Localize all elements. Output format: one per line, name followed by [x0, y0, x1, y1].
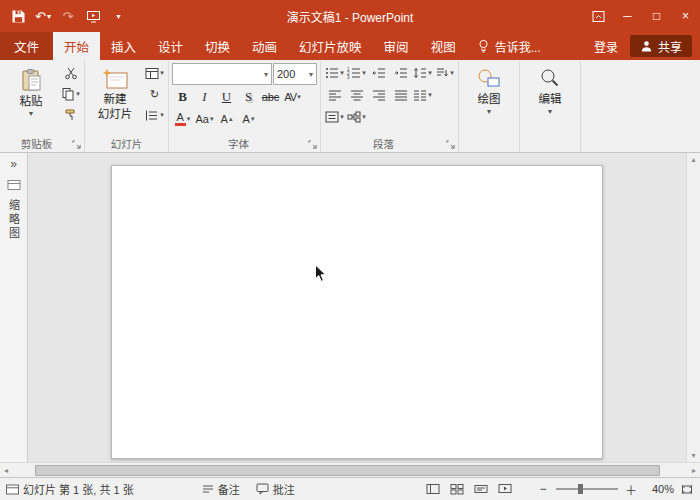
maximize-button[interactable]: □ — [642, 0, 671, 32]
tab-transitions[interactable]: 切换 — [194, 32, 241, 60]
zoom-in-button[interactable]: ＋ — [624, 481, 638, 498]
minimize-button[interactable]: ─ — [613, 0, 642, 32]
tab-view[interactable]: 视图 — [420, 32, 467, 60]
justify-button[interactable] — [390, 85, 411, 105]
reading-view-icon — [474, 483, 488, 495]
font-name-combo[interactable]: ▾ — [172, 63, 272, 85]
drawing-menu-button[interactable]: 绘图 ▾ — [462, 63, 516, 115]
font-dialog-launcher[interactable] — [307, 139, 318, 150]
section-dropdown-icon: ▾ — [160, 111, 164, 119]
start-slideshow-button[interactable] — [81, 4, 105, 28]
convert-smartart-button[interactable]: ▾ — [346, 107, 367, 127]
text-direction-button[interactable]: ▾ — [434, 63, 455, 83]
cut-icon — [64, 66, 78, 80]
save-button[interactable] — [6, 4, 30, 28]
reset-slide-button[interactable]: ↻ — [144, 84, 165, 104]
zoom-out-button[interactable]: − — [536, 482, 550, 496]
clipboard-group-label: 剪贴板 — [1, 136, 72, 151]
reading-view-button[interactable] — [474, 478, 488, 500]
numbering-button[interactable]: 123 ▾ — [346, 63, 367, 83]
zoom-percentage[interactable]: 40% — [644, 483, 674, 495]
line-spacing-button[interactable]: ▾ — [412, 63, 433, 83]
slide-indicator-icon — [6, 484, 19, 495]
paste-dropdown-icon: ▾ — [29, 110, 33, 117]
increase-font-size-button[interactable]: A▴ — [216, 109, 237, 129]
paragraph-dialog-launcher[interactable] — [445, 139, 456, 150]
quick-access-toolbar: ↶▾ ↷ ▾ — [0, 4, 130, 28]
align-left-button[interactable] — [324, 85, 345, 105]
text-shadow-button[interactable]: S — [238, 87, 259, 107]
section-button[interactable]: ▾ — [144, 105, 165, 125]
tab-slideshow[interactable]: 幻灯片放映 — [288, 32, 373, 60]
font-color-button[interactable]: A ▾ — [172, 109, 193, 129]
close-button[interactable]: × — [671, 0, 700, 32]
ribbon-tab-bar: 文件 开始 插入 设计 切换 动画 幻灯片放映 审阅 视图 告诉我... 登录 … — [0, 32, 700, 60]
editing-menu-button[interactable]: 编辑 ▾ — [523, 63, 577, 115]
slideshow-view-button[interactable] — [498, 478, 512, 500]
character-spacing-button[interactable]: AV▾ — [282, 87, 303, 107]
clipboard-dialog-launcher[interactable] — [71, 139, 82, 150]
scroll-up-icon[interactable]: ▴ — [691, 155, 695, 164]
tab-insert[interactable]: 插入 — [100, 32, 147, 60]
sign-in-button[interactable]: 登录 — [582, 32, 630, 60]
slide-canvas[interactable] — [111, 165, 603, 459]
underline-button[interactable]: U — [216, 87, 237, 107]
scroll-right-icon[interactable]: ▸ — [692, 466, 696, 475]
bullets-button[interactable]: ▾ — [324, 63, 345, 83]
editing-dropdown-icon: ▾ — [548, 108, 552, 115]
change-case-button[interactable]: Aa▾ — [194, 109, 215, 129]
notes-toggle-button[interactable]: 备注 — [202, 478, 240, 500]
columns-icon — [413, 89, 427, 101]
expand-pane-icon[interactable]: » — [10, 157, 17, 171]
copy-button[interactable]: ▾ — [60, 84, 81, 104]
share-label: 共享 — [658, 38, 682, 55]
comments-label: 批注 — [273, 481, 295, 497]
thumbnail-pane-icon — [7, 179, 21, 191]
tab-home[interactable]: 开始 — [53, 32, 100, 60]
svg-text:3: 3 — [347, 75, 350, 79]
share-button[interactable]: 共享 — [630, 35, 692, 57]
tab-file[interactable]: 文件 — [0, 32, 53, 60]
normal-view-button[interactable] — [426, 478, 440, 500]
ribbon-display-options-button[interactable] — [584, 0, 613, 32]
undo-button[interactable]: ↶▾ — [31, 4, 55, 28]
paste-button[interactable]: 粘贴 ▾ — [4, 63, 58, 137]
customize-qat-button[interactable]: ▾ — [106, 4, 130, 28]
horizontal-scrollbar[interactable]: ◂ ▸ — [0, 462, 700, 477]
tab-animations[interactable]: 动画 — [241, 32, 288, 60]
tell-me-box[interactable]: 告诉我... — [467, 32, 551, 60]
work-area: » 缩略图 ▴ ▾ — [0, 153, 700, 462]
layout-button[interactable]: ▾ — [144, 63, 165, 83]
format-painter-button[interactable] — [60, 105, 81, 125]
font-group-label: 字体 — [169, 136, 308, 151]
comments-toggle-button[interactable]: 批注 — [256, 478, 295, 500]
strikethrough-button[interactable]: abc — [260, 87, 281, 107]
decrease-font-size-label: A — [243, 113, 250, 125]
horizontal-scroll-track[interactable] — [8, 463, 692, 477]
horizontal-scroll-thumb[interactable] — [35, 465, 659, 476]
vertical-scrollbar[interactable]: ▴ ▾ — [686, 153, 700, 462]
slide-sorter-view-button[interactable] — [450, 478, 464, 500]
columns-button[interactable]: ▾ — [412, 85, 433, 105]
decrease-indent-button[interactable] — [368, 63, 389, 83]
new-slide-button[interactable]: 新建 幻灯片 — [88, 63, 142, 137]
align-center-button[interactable] — [346, 85, 367, 105]
tab-review[interactable]: 审阅 — [373, 32, 420, 60]
redo-button[interactable]: ↷ — [56, 4, 80, 28]
fit-slide-to-window-button[interactable] — [680, 478, 694, 500]
increase-indent-button[interactable] — [390, 63, 411, 83]
decrease-font-size-button[interactable]: A▾ — [238, 109, 259, 129]
scroll-down-icon[interactable]: ▾ — [691, 451, 695, 460]
font-size-combo[interactable]: 200 ▾ — [273, 63, 317, 85]
align-right-button[interactable] — [368, 85, 389, 105]
align-text-button[interactable]: ▾ — [324, 107, 345, 127]
thumbnail-pane-collapsed[interactable]: » 缩略图 — [0, 153, 28, 462]
zoom-slider[interactable] — [556, 483, 618, 495]
slide-number-indicator[interactable]: 幻灯片 第 1 张, 共 1 张 — [6, 478, 134, 500]
bold-button[interactable]: B — [172, 87, 193, 107]
zoom-slider-thumb[interactable] — [578, 484, 583, 494]
cut-button[interactable] — [60, 63, 81, 83]
italic-button[interactable]: I — [194, 87, 215, 107]
tab-design[interactable]: 设计 — [147, 32, 194, 60]
slides-group-label: 幻灯片 — [85, 136, 168, 151]
